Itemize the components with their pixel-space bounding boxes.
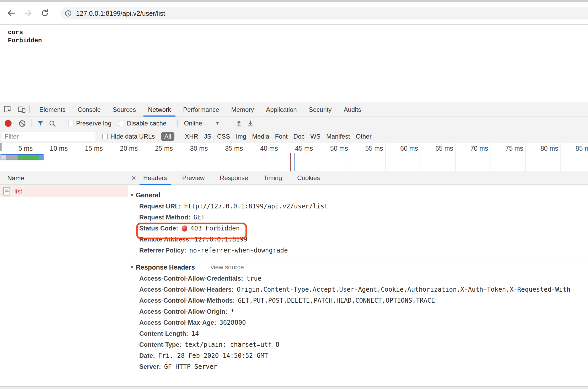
devtools-tab[interactable]: Network	[142, 103, 177, 117]
header-label: Content-Type:	[139, 341, 181, 348]
header-label: Date:	[139, 352, 155, 359]
network-split-view: Name list × Headers Preview Respons	[0, 171, 588, 389]
disable-cache-checkbox[interactable]	[119, 121, 124, 126]
devtools-tab[interactable]: Sources	[107, 103, 142, 117]
header-value: no-referrer-when-downgrade	[189, 247, 288, 254]
browser-toolbar: 127.0.0.1:8199/api.v2/user/list	[0, 2, 588, 25]
waterfall-segment-blue	[39, 155, 43, 160]
devtools-tab[interactable]: Console	[72, 103, 107, 117]
request-list-pane: Name list	[0, 171, 128, 389]
filter-type-all[interactable]: All	[161, 132, 174, 141]
record-button[interactable]	[5, 120, 12, 127]
filter-type[interactable]: XHR	[182, 133, 201, 140]
window-top-edge	[0, 0, 588, 2]
view-source-link[interactable]: view source	[211, 264, 244, 271]
header-label: Access-Control-Allow-Origin:	[139, 308, 227, 315]
name-column-header[interactable]: Name	[0, 171, 128, 185]
inspect-cursor-icon	[4, 106, 12, 114]
ruler-corner	[0, 143, 2, 151]
device-toolbar-button[interactable]	[18, 106, 26, 114]
general-section-header[interactable]: ▾ General	[131, 190, 588, 200]
waterfall-segment-stalled	[6, 155, 18, 160]
hide-data-urls-checkbox[interactable]	[102, 134, 108, 139]
close-icon[interactable]: ×	[128, 174, 140, 182]
header-value: true	[246, 275, 261, 282]
search-button[interactable]	[49, 120, 56, 127]
separator	[62, 119, 62, 127]
filter-type[interactable]: JS	[201, 133, 214, 140]
header-label: Content-Length:	[139, 330, 188, 337]
separator	[229, 119, 229, 127]
preserve-log-checkbox[interactable]	[68, 121, 73, 126]
header-label: Access-Control-Allow-Credentials:	[139, 275, 243, 282]
devtools-tab[interactable]: Memory	[225, 103, 260, 117]
response-headers-header[interactable]: ▾ Response Headers view source	[131, 262, 588, 272]
page-content: cors Forbidden	[0, 25, 588, 102]
throttling-select[interactable]: Online	[184, 120, 202, 127]
filter-type[interactable]: Media	[249, 133, 272, 140]
export-har-button[interactable]	[247, 120, 254, 127]
response-headers-section: ▾ Response Headers view source Access-Co…	[128, 262, 588, 372]
devtools-tab[interactable]: Audits	[338, 103, 367, 117]
detail-tab[interactable]: Response	[216, 171, 252, 185]
header-label: Server:	[139, 363, 161, 370]
disable-cache-label[interactable]: Disable cache	[127, 120, 167, 127]
filter-type[interactable]: Manifest	[323, 133, 353, 140]
preserve-log-label[interactable]: Preserve log	[76, 120, 111, 127]
header-row: Remote Address: 127.0.0.1:8199	[128, 234, 588, 245]
import-har-button[interactable]	[235, 120, 243, 127]
devtools-tab[interactable]: Performance	[177, 103, 225, 117]
header-value: Fri, 28 Feb 2020 14:50:52 GMT	[158, 352, 268, 359]
filter-input[interactable]	[2, 132, 95, 141]
header-row: Referrer Policy: no-referrer-when-downgr…	[128, 245, 588, 256]
inspect-element-button[interactable]	[4, 106, 12, 114]
header-row: Server: GF HTTP Server	[128, 361, 588, 372]
network-toolbar: Preserve log Disable cache Online ▼	[0, 117, 588, 130]
filter-type[interactable]: Font	[272, 133, 291, 140]
header-value: GET,PUT,POST,DELETE,PATCH,HEAD,CONNECT,O…	[238, 297, 435, 304]
forward-button[interactable]	[23, 8, 33, 18]
section-divider	[128, 260, 588, 260]
detail-tab[interactable]: Preview	[179, 171, 208, 185]
filter-types: XHR JS CSS Img Media Font Doc WS Manifes…	[182, 133, 375, 140]
document-icon	[3, 187, 10, 196]
header-row: Date: Fri, 28 Feb 2020 14:50:52 GMT	[128, 350, 588, 361]
header-label: Access-Control-Allow-Methods:	[139, 297, 235, 304]
clear-button[interactable]	[18, 120, 26, 127]
request-overview-bar[interactable]	[1, 154, 44, 160]
header-label: Request Method:	[139, 214, 190, 221]
filter-type[interactable]: CSS	[214, 133, 233, 140]
detail-tab[interactable]: Timing	[260, 171, 286, 185]
general-section: ▾ General Request URL: http://127.0.0.1:…	[128, 190, 588, 256]
separator	[177, 119, 178, 127]
request-row[interactable]: list	[0, 185, 128, 197]
devtools-tab[interactable]: Security	[303, 103, 338, 117]
separator	[31, 119, 31, 127]
detail-tabs: Headers Preview Response Timing Cookies	[140, 171, 332, 185]
header-row: Access-Control-Allow-Origin: *	[128, 306, 588, 317]
browser-window: 127.0.0.1:8199/api.v2/user/list cors For…	[0, 0, 588, 389]
header-value: http://127.0.0.1:8199/api.v2/user/list	[184, 203, 328, 210]
devtools-tab[interactable]: Elements	[33, 103, 72, 117]
header-row: Access-Control-Allow-Headers: Origin,Con…	[128, 284, 588, 295]
download-icon	[247, 120, 254, 127]
filter-type[interactable]: Img	[233, 133, 249, 140]
filter-type[interactable]: Other	[353, 133, 375, 140]
header-row: Access-Control-Allow-Methods: GET,PUT,PO…	[128, 295, 588, 306]
reload-button[interactable]	[40, 8, 50, 18]
back-button[interactable]	[7, 8, 16, 18]
filter-type[interactable]: WS	[307, 133, 323, 140]
detail-tab[interactable]: Headers	[140, 171, 171, 185]
back-arrow-icon	[7, 8, 16, 18]
devtools-tab[interactable]: Application	[260, 103, 303, 117]
filter-toggle-button[interactable]	[37, 120, 44, 127]
header-row: Status Code: 403 Forbidden	[128, 223, 588, 234]
address-bar[interactable]: 127.0.0.1:8199/api.v2/user/list	[60, 7, 588, 19]
status-dot-icon	[182, 225, 187, 232]
hide-data-urls-control[interactable]: Hide data URLs	[102, 133, 158, 140]
header-row: Access-Control-Allow-Credentials: true	[128, 273, 588, 284]
header-label: Access-Control-Max-Age:	[139, 319, 216, 326]
chevron-down-icon[interactable]: ▼	[215, 121, 220, 126]
filter-type[interactable]: Doc	[291, 133, 308, 140]
detail-tab[interactable]: Cookies	[293, 171, 324, 185]
